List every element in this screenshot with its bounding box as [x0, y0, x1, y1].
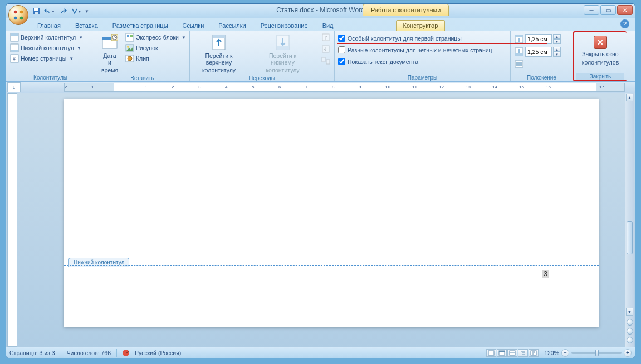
language-status[interactable]: Русский (Россия)	[135, 350, 181, 356]
minimize-button[interactable]: ─	[584, 5, 599, 15]
checkbox-input[interactable]	[338, 35, 345, 42]
window-controls: ─ ▭ ✕	[584, 5, 633, 15]
document-area: Нижний колонтитул 3 ▲ ▼	[6, 93, 635, 347]
scroll-up-button[interactable]: ▲	[626, 94, 633, 101]
svg-point-2	[14, 17, 17, 20]
picture-button[interactable]: Рисунок	[124, 43, 188, 53]
svg-rect-25	[213, 35, 225, 38]
checkbox-input[interactable]	[338, 46, 345, 53]
close-window-button[interactable]: ✕	[617, 5, 633, 15]
prev-page-button[interactable]	[627, 319, 633, 326]
svg-rect-39	[499, 351, 505, 352]
view-outline-button[interactable]	[518, 349, 528, 357]
zoom-in-button[interactable]: +	[624, 349, 632, 357]
qat-extra-button[interactable]: ▼	[71, 6, 82, 16]
footer-distance-input[interactable]	[525, 47, 552, 57]
tab-page-layout[interactable]: Разметка страницы	[106, 21, 175, 31]
ruler-corner-button[interactable]: L	[7, 82, 21, 92]
window-title: Статья.docx - Microsoft Word	[276, 6, 365, 14]
page-number-button[interactable]: #Номер страницы▼	[8, 53, 92, 63]
close-icon: ✕	[594, 36, 607, 49]
goto-top-header-button[interactable]: Перейти к верхнему колонтитулу	[192, 32, 246, 75]
tab-mailings[interactable]: Рассылки	[212, 21, 252, 31]
svg-rect-6	[35, 12, 38, 14]
spin-down-button[interactable]: ▼	[553, 52, 561, 57]
horizontal-ruler[interactable]: 211234567891011121314151617	[64, 83, 625, 92]
express-blocks-button[interactable]: Экспресс-блоки▼	[124, 32, 188, 42]
view-web-button[interactable]	[507, 349, 517, 357]
office-button[interactable]	[8, 5, 28, 25]
app-window: ▼ ▼ ▼ Статья.docx - Microsoft Word Работ…	[6, 3, 635, 358]
help-icon[interactable]: ?	[620, 19, 629, 28]
word-count[interactable]: Число слов: 766	[67, 350, 111, 356]
checkbox-input[interactable]	[338, 58, 345, 65]
first-page-checkbox[interactable]: Особый колонтитул для первой страницы	[337, 33, 508, 43]
chevron-down-icon: ▼	[69, 56, 74, 61]
group-label: Вставить	[97, 75, 187, 82]
document-page[interactable]: Нижний колонтитул 3	[64, 99, 599, 327]
odd-even-checkbox[interactable]: Разные колонтитулы для четных и нечетных…	[337, 45, 508, 55]
group-label: Положение	[513, 74, 570, 81]
undo-button[interactable]: ▼	[44, 6, 55, 16]
tab-view[interactable]: Вид	[316, 21, 340, 31]
tab-home[interactable]: Главная	[31, 21, 67, 31]
page-number-text[interactable]: 3	[542, 270, 549, 278]
vertical-ruler[interactable]	[7, 93, 17, 347]
zoom-slider[interactable]	[571, 352, 622, 354]
tab-review[interactable]: Рецензирование	[254, 21, 315, 31]
next-page-button[interactable]	[627, 337, 633, 343]
svg-point-21	[127, 46, 129, 48]
close-header-footer-button[interactable]: ✕ Закрыть окно колонтитулов	[578, 33, 624, 68]
show-document-checkbox[interactable]: Показать текст документа	[337, 57, 508, 66]
svg-rect-10	[11, 50, 18, 52]
view-draft-button[interactable]	[529, 349, 539, 357]
svg-rect-35	[515, 53, 523, 56]
svg-point-1	[20, 11, 23, 14]
vertical-scrollbar[interactable]: ▲ ▼	[625, 93, 634, 347]
svg-rect-27	[277, 46, 289, 50]
datetime-button[interactable]: Дата и время	[97, 32, 122, 75]
scrollbar-thumb[interactable]	[627, 221, 633, 254]
spin-up-button[interactable]: ▲	[553, 47, 561, 52]
group-options: Особый колонтитул для первой страницы Ра…	[335, 31, 511, 81]
save-button[interactable]	[31, 6, 42, 16]
statusbar: Страница: 3 из 3 Число слов: 766 Русский…	[6, 347, 635, 358]
nav-link-button	[320, 56, 332, 66]
svg-rect-30	[322, 57, 325, 62]
maximize-button[interactable]: ▭	[600, 5, 616, 15]
group-position: ▲▼ ▲▼ Положение	[511, 31, 573, 81]
ruler-area: L 211234567891011121314151617	[6, 82, 635, 93]
page-number-icon: #	[10, 54, 19, 63]
svg-rect-18	[127, 35, 129, 37]
group-label: Переходы	[192, 75, 332, 82]
tab-designer[interactable]: Конструктор	[396, 20, 446, 31]
scroll-down-button[interactable]: ▼	[626, 308, 633, 316]
next-icon	[321, 45, 330, 53]
building-blocks-icon	[125, 33, 134, 42]
proofing-icon[interactable]	[123, 350, 129, 356]
prev-icon	[321, 33, 330, 42]
browse-object-button[interactable]	[627, 328, 633, 335]
tab-references[interactable]: Ссылки	[176, 21, 211, 31]
spin-down-button[interactable]: ▼	[553, 39, 561, 44]
svg-rect-5	[34, 8, 38, 11]
view-full-screen-button[interactable]	[497, 349, 507, 357]
zoom-out-button[interactable]: −	[561, 349, 569, 357]
redo-button[interactable]	[57, 6, 68, 16]
bottom-header-button[interactable]: Нижний колонтитул▼	[8, 43, 92, 53]
svg-rect-40	[510, 351, 515, 355]
page-status[interactable]: Страница: 3 из 3	[9, 350, 55, 356]
link-icon	[321, 56, 330, 65]
footer-icon	[10, 43, 19, 52]
svg-text:#: #	[13, 56, 16, 62]
qat-customize-button[interactable]: ▼	[84, 6, 90, 16]
tab-insert[interactable]: Вставка	[68, 21, 105, 31]
clip-button[interactable]: Клип	[124, 53, 188, 63]
top-header-button[interactable]: Верхний колонтитул▼	[8, 32, 92, 42]
zoom-slider-thumb[interactable]	[595, 350, 599, 356]
zoom-level[interactable]: 120%	[544, 350, 559, 356]
insert-align-tab-button[interactable]	[513, 59, 562, 69]
view-print-layout-button[interactable]	[486, 349, 496, 357]
spin-up-button[interactable]: ▲	[553, 34, 561, 39]
footer-distance-spinner[interactable]: ▲▼	[513, 46, 562, 57]
